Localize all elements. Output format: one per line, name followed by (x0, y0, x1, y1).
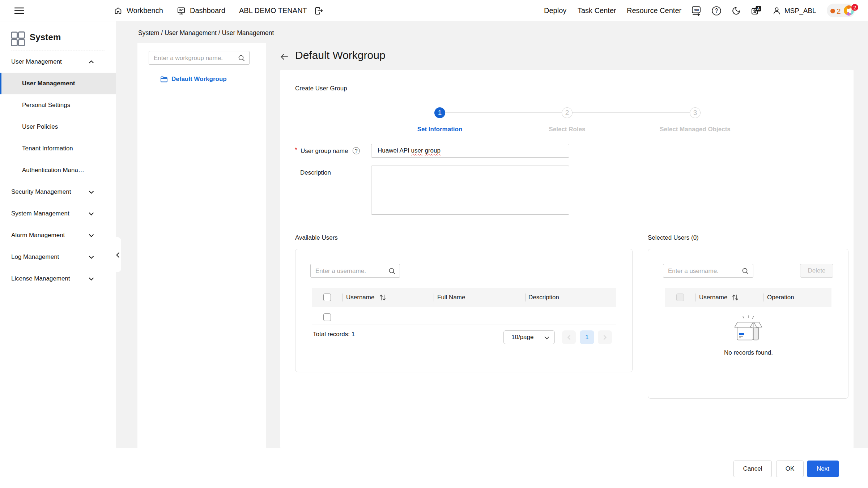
svg-text:Old: Old (694, 8, 699, 12)
svg-text:?: ? (715, 8, 718, 14)
svg-text:A: A (757, 7, 760, 11)
